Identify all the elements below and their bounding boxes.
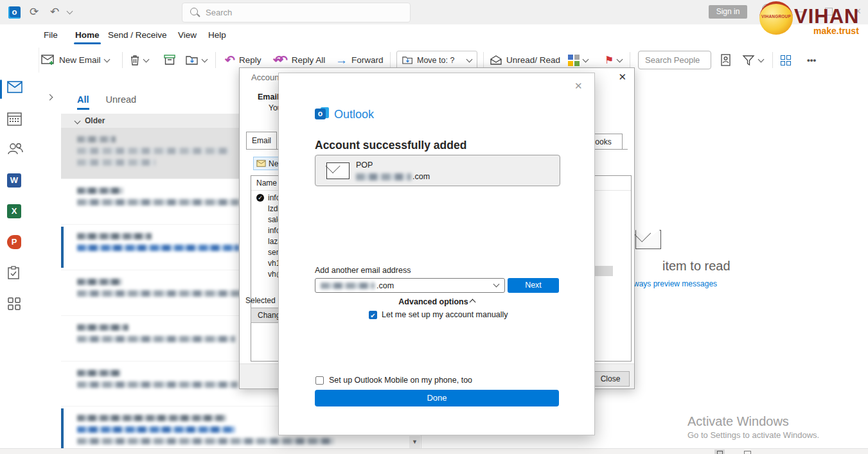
archive-icon [164,55,175,65]
layout-view-button[interactable] [744,451,751,454]
redacted-text-line [77,245,239,251]
redacted-text-line [77,159,155,166]
redacted-text-line [77,279,122,285]
menu-view[interactable]: View [178,30,197,40]
ribbon-divider [390,52,391,68]
undo-icon[interactable]: ↶ [50,6,59,19]
move-button[interactable] [186,48,207,73]
nav-powerpoint-icon[interactable]: P [7,235,24,252]
manual-setup-row: ✔ Let me set up my account manually [369,310,508,319]
wizard-close-icon[interactable]: ✕ [574,80,583,92]
next-button[interactable]: Next [508,278,559,293]
nav-todo-icon[interactable] [7,266,24,283]
redacted-text-line [77,324,128,331]
close-dialog-button[interactable]: Close [591,371,630,387]
selected-label: Selected [245,296,276,305]
activate-windows-text: Activate Windows [687,414,789,429]
search-people-box[interactable] [638,48,711,73]
vihan-logo: VIHANGROUP VIHAN make.trust [757,0,868,37]
new-email-label: New Email [59,55,101,65]
redacted-text-line [77,336,235,342]
nav-calendar-icon[interactable] [7,112,24,128]
redacted-text-line [77,438,334,444]
add-another-label: Add another email address [315,266,411,275]
app-grid-icon [781,55,791,65]
archive-button[interactable] [164,48,175,73]
advanced-options-toggle[interactable]: Advanced options [279,297,594,306]
done-button[interactable]: Done [315,390,559,406]
nav-more-apps-icon[interactable] [7,297,24,313]
reading-view-button[interactable] [714,450,725,454]
nav-word-icon[interactable]: W [7,173,24,190]
search-people-input[interactable] [644,55,711,65]
outlook-brand-text: Outlook [334,108,374,121]
delete-button[interactable] [130,48,148,73]
menu-help[interactable]: Help [208,30,226,40]
preview-messages-link[interactable]: ways preview messages [633,279,717,288]
account-email: .com [356,172,430,181]
email-address-combobox[interactable]: .com [315,278,505,293]
account-settings-close-icon[interactable]: ✕ [618,71,626,83]
global-search-input[interactable] [204,4,400,21]
global-search-box[interactable] [182,3,411,22]
move-to-chevron-icon [466,56,473,62]
app-launcher-button[interactable] [781,48,791,73]
address-book-icon [720,54,731,66]
mail-list-tabs: All Unread [77,94,136,105]
group-label: Older [85,116,105,125]
tab-all[interactable]: All [77,94,89,110]
outlook-window: o ⟳ ↶ Sign in — ✕ VIHANGROUP VIHAN make.… [0,0,868,454]
move-chevron-icon [202,56,208,62]
redacted-text-line [77,199,239,205]
email-suffix: .com [412,172,430,181]
reply-all-icon: ↶↶ [273,55,282,65]
menu-file[interactable]: File [44,30,58,40]
move-to-label: Move to: ? [417,56,454,65]
tab-unread[interactable]: Unread [106,94,137,105]
search-icon [190,8,198,15]
tab-email[interactable]: Email [246,132,277,150]
sign-in-button[interactable]: Sign in [709,5,747,19]
redacted-email [356,173,411,180]
app-rail: W X P [0,48,39,448]
forward-label: Forward [351,55,384,65]
mobile-setup-checkbox[interactable] [315,376,324,385]
account-type-label: POP [356,161,373,170]
nav-mail-icon[interactable] [7,81,24,98]
added-account-card: POP .com [315,155,560,186]
menu-send-receive[interactable]: Send / Receive [108,30,167,40]
name-column-header[interactable]: Name [256,179,277,188]
reply-all-label: Reply All [292,55,326,65]
new-email-button[interactable]: New Email [41,48,109,73]
expand-folder-pane-icon[interactable] [47,94,53,101]
vihan-tagline: make.trust [813,26,859,36]
group-collapse-chevron-icon [75,118,81,125]
combobox-chevron-icon[interactable] [493,281,500,288]
quick-access-chevron-icon[interactable] [67,8,73,15]
redacted-email [321,283,375,289]
scrollbar-down-button[interactable]: ▼ [409,436,420,448]
sync-icon[interactable]: ⟳ [30,6,39,19]
forward-icon: → [335,55,348,65]
unread-indicator [61,227,64,268]
ribbon-divider [630,52,630,68]
input-email-suffix: .com [376,281,394,290]
new-account-icon [256,160,266,167]
flag-icon: ⚑ [605,54,614,66]
manual-setup-checkbox[interactable]: ✔ [369,311,377,319]
filter-email-button[interactable] [742,48,763,73]
ellipsis-icon: ••• [807,55,816,65]
more-commands-button[interactable]: ••• [807,48,816,73]
reply-label: Reply [239,55,261,65]
listbox-scroll-chip [595,266,613,276]
nav-excel-icon[interactable]: X [7,204,24,221]
activate-windows-subtext: Go to Settings to activate Windows. [687,430,819,440]
address-book-button[interactable] [720,48,731,73]
unread-indicator [61,408,64,449]
filter-chevron-icon [758,56,765,62]
account-envelope-icon [326,162,350,179]
nav-people-icon[interactable] [7,143,24,159]
menu-home[interactable]: Home [75,30,100,40]
wizard-heading: Account successfully added [315,139,466,152]
redacted-text-line [77,148,230,154]
